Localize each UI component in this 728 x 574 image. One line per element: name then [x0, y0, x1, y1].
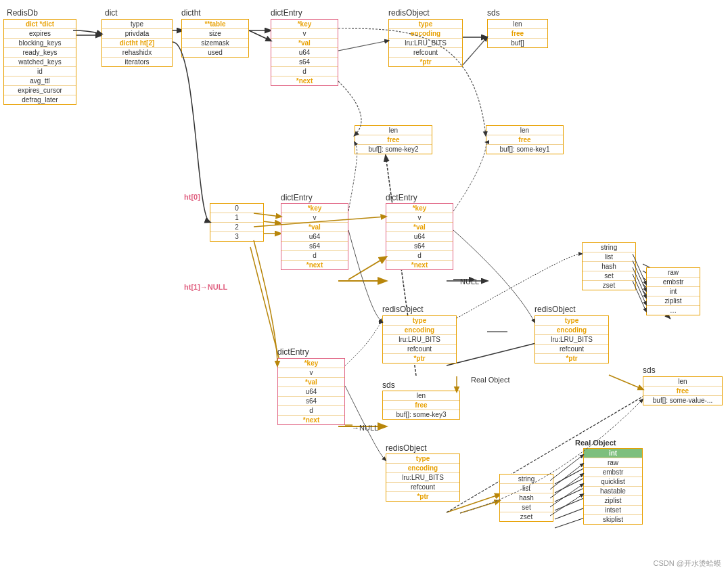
sds-val-free: free — [643, 387, 722, 396]
enc-bot-intset: intset — [584, 506, 642, 515]
dictentry-mid2-box: *key v *val u64 s64 d *next — [386, 203, 453, 270]
de-mid-val: *val — [281, 223, 348, 232]
ro-mid-lru: lru:LRU_BITS — [383, 335, 456, 345]
label-ro-bottom: redisObject — [386, 443, 427, 453]
ro-right-box: type encoding lru:LRU_BITS refcount *ptr — [534, 315, 609, 363]
dictht-field-used: used — [182, 48, 248, 57]
redisobject-top-box: type encoding lru:LRU_BITS refcount *ptr — [388, 19, 463, 67]
dictht-field-table: **table — [182, 20, 248, 29]
label-ro-right: redisObject — [534, 305, 576, 314]
ro-mid-refcount: refcount — [383, 345, 456, 354]
null-label-lower: →NULL — [352, 424, 378, 432]
label-sds-key3: sds — [382, 380, 395, 390]
tl-bot-set: set — [500, 503, 553, 512]
de-lower-u64: u64 — [278, 387, 344, 397]
label-redisobject: redisObject — [388, 8, 430, 18]
enc-bot-hastable: hastable — [584, 487, 642, 496]
label-dictentry-mid2: dictEntry — [386, 193, 417, 202]
dictentry-top-next: *next — [271, 76, 338, 85]
de-lower-d: d — [278, 406, 344, 416]
watermark: CSDN @开水烫蛤蟆 — [654, 558, 721, 569]
dictentry-top-d: d — [271, 67, 338, 76]
dictentry-mid-box: *key v *val u64 s64 d *next — [281, 203, 348, 270]
tl-bot-string: string — [500, 474, 553, 484]
sds-key3-len: len — [383, 391, 459, 401]
encoding-list-mid: raw embstr int ziplist … — [646, 267, 700, 315]
ro-right-ptr: *ptr — [535, 354, 608, 363]
dictentry-top-v: v — [271, 29, 338, 39]
enc-bot-quicklist: quicklist — [584, 477, 642, 487]
ro-mid-encoding: encoding — [383, 326, 456, 335]
dictht-field-sizemask: sizemask — [182, 39, 248, 48]
type-list-mid: string list hash set zset — [582, 242, 636, 290]
sds-key1-len: len — [486, 126, 563, 135]
sds-key1-buf: buf[]: some-key1 — [486, 145, 563, 154]
de-mid2-val: *val — [386, 223, 453, 232]
sds-somevalue-box: len free buf[]: some-value-... — [643, 376, 723, 405]
sds-key3-buf: buf[]: some-key3 — [383, 410, 459, 419]
ro-bot-lru: lru:LRU_BITS — [386, 473, 459, 483]
enc-list-int: int — [647, 287, 700, 296]
real-object-bottom: Real Object — [575, 439, 616, 447]
de-mid2-s64: s64 — [386, 242, 453, 251]
ro-right-encoding: encoding — [535, 326, 608, 335]
de-mid2-d: d — [386, 251, 453, 261]
enc-bot-ziplist: ziplist — [584, 496, 642, 506]
de-mid-v: v — [281, 213, 348, 223]
redisdb-field-blocking: blocking_keys — [4, 39, 76, 48]
sds-key2-len: len — [355, 126, 432, 135]
redisdb-field-expires-cursor: expires_cursor — [4, 86, 76, 95]
encoding-list-bottom: int raw embstr quicklist hastable ziplis… — [583, 448, 643, 525]
null-label-mid: NULL — [460, 278, 479, 286]
sds-somekey2-box: len free buf[]: some-key2 — [355, 125, 432, 154]
sds-top-free: free — [488, 29, 547, 39]
enc-list-dots: … — [647, 306, 700, 315]
sds-somekey1-box: len free buf[]: some-key1 — [486, 125, 564, 154]
sds-key3-free: free — [383, 401, 459, 410]
label-sds: sds — [487, 8, 500, 18]
enc-bot-embstr: embstr — [584, 468, 642, 477]
ht0-row0: 0 — [210, 204, 263, 213]
ro-bottom-box: type encoding lru:LRU_BITS refcount *ptr — [386, 454, 460, 502]
redisdb-field-expires: expires — [4, 29, 76, 39]
de-mid-u64: u64 — [281, 232, 348, 242]
tl-bot-hash: hash — [500, 493, 553, 503]
redisdb-box: dict *dict expires blocking_keys ready_k… — [3, 19, 76, 105]
ro-right-lru: lru:LRU_BITS — [535, 335, 608, 345]
ht0-label: ht[0] — [184, 193, 200, 201]
de-lower-val: *val — [278, 378, 344, 387]
de-lower-s64: s64 — [278, 397, 344, 406]
type-list-hash: hash — [583, 262, 635, 271]
dict-field-type: type — [102, 20, 172, 29]
dict-field-privdata: privdata — [102, 29, 172, 39]
type-list-zset: zset — [583, 281, 635, 290]
dictentry-top-u64: u64 — [271, 48, 338, 58]
sds-key2-buf: buf[]: some-key2 — [355, 145, 432, 154]
ht0-row1: 1 — [210, 213, 263, 223]
enc-list-embstr: embstr — [647, 278, 700, 287]
enc-bot-skiplist: skiplist — [584, 515, 642, 524]
label-redisdb: RedisDb — [7, 8, 38, 18]
ro-top-type: type — [389, 20, 462, 29]
dict-field-rehash: rehashidx — [102, 48, 172, 58]
sds-top-box: len free buf[] — [487, 19, 548, 48]
dict-field-ht: dictht ht[2] — [102, 39, 172, 48]
label-ro-mid: redisObject — [382, 305, 424, 314]
diagram-container: RedisDb dict dictht dictEntry redisObjec… — [0, 0, 728, 574]
label-dictentry-mid: dictEntry — [281, 193, 313, 202]
ro-top-encoding: encoding — [389, 29, 462, 39]
de-lower-next: *next — [278, 416, 344, 424]
ro-right-type: type — [535, 316, 608, 326]
label-dictentry-lower: dictEntry — [277, 347, 309, 357]
ro-mid-box: type encoding lru:LRU_BITS refcount *ptr — [382, 315, 457, 363]
sds-key2-free: free — [355, 135, 432, 145]
ro-top-refcount: refcount — [389, 48, 462, 58]
redisdb-field-dict: dict *dict — [4, 20, 76, 29]
enc-list-raw: raw — [647, 268, 700, 278]
tl-bot-list: list — [500, 484, 553, 493]
ht1-label: ht[1]→NULL — [184, 283, 227, 291]
de-lower-key: *key — [278, 359, 344, 368]
dictentry-lower-box: *key v *val u64 s64 d *next — [277, 358, 345, 425]
ht0-row3: 3 — [210, 232, 263, 241]
dictht-box: **table size sizemask used — [181, 19, 249, 58]
